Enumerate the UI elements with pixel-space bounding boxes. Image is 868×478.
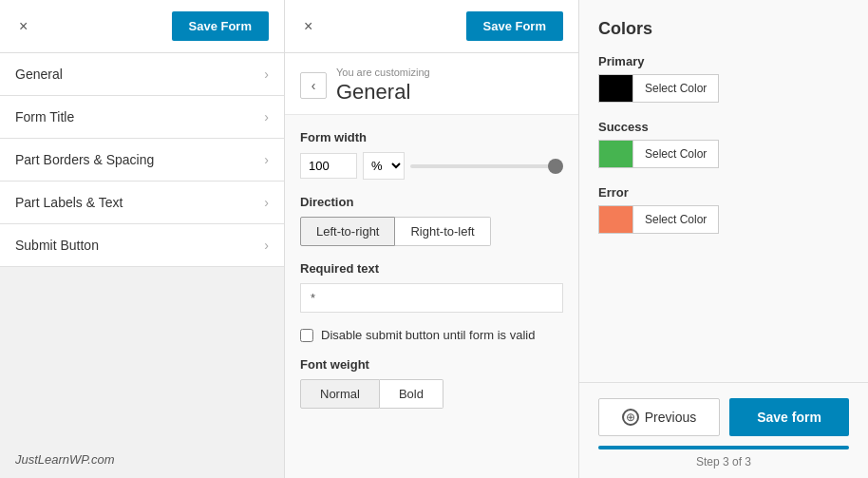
- direction-row: Left-to-right Right-to-left: [300, 217, 563, 246]
- primary-color-row: Primary Select Color: [598, 54, 849, 103]
- right-content: Colors Primary Select Color Success Sele…: [579, 0, 868, 382]
- primary-select-color-button[interactable]: Select Color: [632, 74, 719, 103]
- left-footer: JustLearnWP.com: [0, 441, 284, 478]
- chevron-icon: ›: [264, 238, 269, 253]
- save-form-right-button[interactable]: Save form: [729, 398, 849, 436]
- chevron-icon: ›: [264, 67, 269, 82]
- width-slider[interactable]: [410, 164, 563, 168]
- breadcrumb-title: General: [336, 80, 430, 105]
- dir-ltr-button[interactable]: Left-to-right: [300, 217, 395, 246]
- required-text-label: Required text: [300, 261, 563, 276]
- colors-title: Colors: [598, 19, 849, 39]
- dir-rtl-button[interactable]: Right-to-left: [395, 217, 490, 246]
- breadcrumb: ‹ You are customizing General: [285, 53, 578, 115]
- nav-item-form-title[interactable]: Form Title ›: [0, 96, 284, 139]
- disable-submit-checkbox-row: Disable submit button until form is vali…: [300, 328, 563, 342]
- nav-item-label: General: [15, 67, 63, 82]
- middle-content: Form width % px Direction Left-to-right …: [285, 115, 578, 478]
- chevron-icon: ›: [264, 109, 269, 124]
- nav-item-label: Part Labels & Text: [15, 195, 123, 210]
- nav-item-label: Part Borders & Spacing: [15, 152, 154, 167]
- left-close-button[interactable]: ×: [15, 18, 31, 35]
- nav-item-general[interactable]: General ›: [0, 53, 284, 96]
- error-swatch: [598, 205, 632, 234]
- error-label: Error: [598, 185, 849, 200]
- previous-icon: ⊕: [622, 409, 639, 426]
- form-width-row: % px: [300, 152, 563, 180]
- fw-normal-button[interactable]: Normal: [300, 379, 380, 409]
- chevron-icon: ›: [264, 195, 269, 210]
- nav-item-borders-spacing[interactable]: Part Borders & Spacing ›: [0, 139, 284, 182]
- font-weight-row: Normal Bold: [300, 379, 563, 409]
- error-picker-row: Select Color: [598, 205, 849, 234]
- form-width-section: Form width % px: [300, 130, 563, 180]
- middle-header: × Save Form: [285, 0, 578, 53]
- left-save-form-button[interactable]: Save Form: [172, 11, 269, 41]
- middle-close-button[interactable]: ×: [300, 18, 316, 35]
- error-color-row: Error Select Color: [598, 185, 849, 234]
- footer-buttons: ⊕ Previous Save form: [598, 398, 849, 436]
- previous-button[interactable]: ⊕ Previous: [598, 398, 720, 436]
- direction-section: Direction Left-to-right Right-to-left: [300, 195, 563, 246]
- step-text: Step 3 of 3: [598, 455, 849, 468]
- success-label: Success: [598, 120, 849, 134]
- nav-item-submit-button[interactable]: Submit Button ›: [0, 224, 284, 267]
- middle-save-form-button[interactable]: Save Form: [466, 11, 563, 41]
- left-panel: × Save Form General › Form Title › Part …: [0, 0, 285, 478]
- nav-item-label: Submit Button: [15, 238, 99, 253]
- required-text-input[interactable]: [300, 283, 563, 313]
- primary-label: Primary: [598, 54, 849, 68]
- disable-submit-label: Disable submit button until form is vali…: [321, 328, 535, 342]
- font-weight-label: Font weight: [300, 357, 563, 372]
- previous-label: Previous: [645, 410, 696, 425]
- right-panel: Colors Primary Select Color Success Sele…: [579, 0, 868, 478]
- direction-label: Direction: [300, 195, 563, 209]
- nav-item-label: Form Title: [15, 109, 74, 124]
- nav-list: General › Form Title › Part Borders & Sp…: [0, 53, 284, 441]
- fw-bold-button[interactable]: Bold: [380, 379, 443, 409]
- back-button[interactable]: ‹: [300, 72, 327, 99]
- footer-text: JustLearnWP.com: [15, 452, 115, 467]
- form-width-label: Form width: [300, 130, 563, 144]
- middle-panel: × Save Form ‹ You are customizing Genera…: [285, 0, 579, 478]
- step-progress-fill: [598, 446, 849, 449]
- error-select-color-button[interactable]: Select Color: [632, 205, 719, 234]
- font-weight-section: Font weight Normal Bold: [300, 357, 563, 409]
- step-progress-bar: [598, 446, 849, 449]
- disable-submit-checkbox[interactable]: [300, 329, 313, 342]
- chevron-icon: ›: [264, 152, 269, 167]
- nav-item-labels-text[interactable]: Part Labels & Text ›: [0, 182, 284, 224]
- success-swatch: [598, 140, 632, 168]
- success-color-row: Success Select Color: [598, 120, 849, 168]
- success-picker-row: Select Color: [598, 140, 849, 168]
- form-width-input[interactable]: [300, 153, 357, 179]
- breadcrumb-sub: You are customizing: [336, 67, 430, 78]
- right-footer: ⊕ Previous Save form Step 3 of 3: [579, 382, 868, 478]
- required-text-section: Required text: [300, 261, 563, 313]
- success-select-color-button[interactable]: Select Color: [632, 140, 719, 168]
- unit-select[interactable]: % px: [363, 152, 405, 180]
- left-header: × Save Form: [0, 0, 284, 53]
- primary-picker-row: Select Color: [598, 74, 849, 103]
- primary-swatch: [598, 74, 632, 103]
